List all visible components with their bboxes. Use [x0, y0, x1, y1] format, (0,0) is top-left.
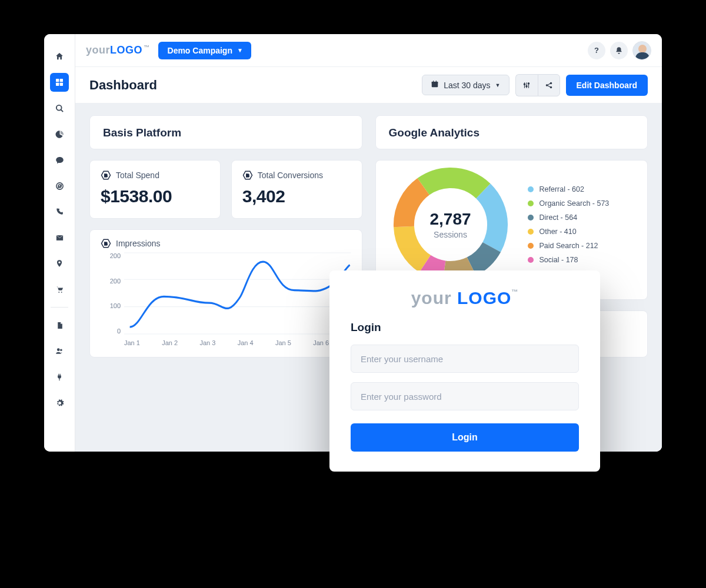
svg-text:B: B — [104, 173, 108, 178]
nav-search-icon[interactable] — [50, 99, 69, 118]
chevron-down-icon: ▼ — [237, 47, 243, 54]
total-spend-label: Total Spend — [116, 171, 159, 180]
svg-point-21 — [528, 82, 529, 83]
notifications-button[interactable] — [610, 42, 628, 59]
sidebar — [44, 34, 75, 452]
sessions-donut-chart: 2,787 Sessions — [389, 163, 512, 286]
nav-users-icon[interactable] — [50, 342, 69, 360]
legend-item: Social - 178 — [528, 256, 610, 264]
legend-item: Organic Search - 573 — [528, 199, 610, 208]
nav-chat-icon[interactable] — [50, 151, 69, 169]
user-avatar[interactable] — [632, 41, 651, 60]
svg-point-19 — [524, 83, 525, 85]
nav-piechart-icon[interactable] — [50, 125, 69, 143]
svg-rect-14 — [433, 81, 434, 82]
nav-dashboard-icon[interactable] — [50, 73, 69, 92]
password-input[interactable] — [351, 382, 579, 410]
ga-title: Google Analytics — [376, 116, 648, 149]
chevron-down-icon: ▼ — [495, 82, 501, 88]
username-input[interactable] — [351, 345, 579, 373]
ga-card: Google Analytics — [375, 115, 648, 149]
nav-plug-icon[interactable] — [50, 368, 69, 386]
left-col: Basis Platform B Total Spend $1538.00 — [89, 115, 362, 440]
total-conversions-value: 3,402 — [242, 186, 351, 206]
nav-settings-icon[interactable] — [50, 393, 69, 412]
sessions-value: 2,787 — [429, 210, 471, 229]
topbar: yourLOGO™ Demo Campaign ▼ ? — [75, 34, 662, 67]
basis-title: Basis Platform — [90, 116, 362, 149]
ga-legend: Referral - 602 Organic Search - 573 Dire… — [528, 185, 610, 264]
hex-icon: B — [101, 170, 111, 181]
date-range-label: Last 30 days — [444, 81, 490, 90]
legend-item: Other - 410 — [528, 228, 610, 236]
logo-prefix: your — [86, 44, 110, 56]
svg-point-11 — [60, 349, 62, 352]
share-button[interactable] — [538, 74, 560, 96]
svg-point-20 — [526, 85, 527, 86]
basis-platform-card: Basis Platform — [89, 115, 362, 149]
logo-word: LOGO — [110, 44, 142, 56]
impressions-label: Impressions — [116, 239, 160, 248]
svg-point-9 — [61, 291, 62, 292]
page-title: Dashboard — [89, 78, 157, 93]
filters-button[interactable] — [515, 74, 538, 96]
sessions-label: Sessions — [434, 230, 467, 239]
hex-icon: B — [101, 238, 111, 249]
login-button[interactable]: Login — [351, 423, 579, 452]
nav-file-icon[interactable] — [50, 316, 69, 335]
svg-text:B: B — [246, 173, 249, 178]
nav-home-icon[interactable] — [50, 47, 69, 66]
svg-rect-1 — [60, 79, 63, 82]
total-conversions-label: Total Conversions — [258, 171, 323, 180]
svg-line-5 — [61, 109, 63, 112]
nav-location-icon[interactable] — [50, 254, 69, 273]
impressions-card: B Impressions 200 200 100 0 — [89, 229, 362, 358]
legend-item: Paid Search - 212 — [528, 242, 610, 250]
nav-cart-icon[interactable] — [50, 280, 69, 299]
svg-rect-15 — [436, 81, 437, 82]
svg-text:B: B — [104, 241, 108, 246]
login-heading: Login — [351, 321, 579, 334]
svg-rect-0 — [56, 79, 59, 82]
help-button[interactable]: ? — [588, 42, 605, 59]
total-conversions-card: B Total Conversions 3,402 — [231, 160, 362, 219]
svg-rect-3 — [60, 83, 63, 86]
legend-item: Referral - 602 — [528, 185, 610, 193]
nav-phone-icon[interactable] — [50, 202, 69, 221]
svg-point-10 — [57, 348, 60, 351]
legend-item: Direct - 564 — [528, 213, 610, 222]
campaign-label: Demo Campaign — [168, 46, 232, 55]
campaign-selector[interactable]: Demo Campaign ▼ — [158, 42, 251, 59]
login-logo: your LOGO™ — [351, 288, 579, 308]
edit-dashboard-button[interactable]: Edit Dashboard — [566, 75, 648, 96]
total-spend-value: $1538.00 — [101, 186, 209, 206]
subheader: Dashboard Last 30 days ▼ Edit Dashboard — [75, 67, 662, 103]
nav-target-icon[interactable] — [50, 176, 69, 195]
svg-point-8 — [58, 291, 59, 292]
svg-point-4 — [56, 105, 61, 110]
hex-icon: B — [242, 170, 253, 181]
calendar-icon — [431, 80, 439, 90]
date-range-button[interactable]: Last 30 days ▼ — [422, 75, 509, 95]
login-modal: your LOGO™ Login Login — [329, 270, 600, 472]
svg-rect-13 — [432, 82, 438, 83]
brand-logo: yourLOGO™ — [86, 44, 150, 56]
nav-mail-icon[interactable] — [50, 228, 69, 247]
total-spend-card: B Total Spend $1538.00 — [89, 160, 221, 219]
logo-tm: ™ — [144, 44, 150, 51]
impressions-chart: 200 200 100 0 — [101, 252, 351, 346]
svg-rect-2 — [56, 83, 59, 86]
